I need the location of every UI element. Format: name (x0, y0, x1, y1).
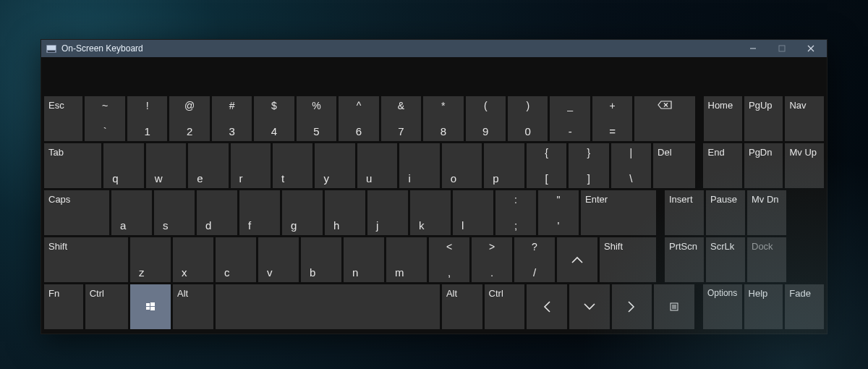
key-fade[interactable]: Fade (785, 284, 824, 329)
key-x[interactable]: x (173, 237, 213, 282)
key-esc[interactable]: Esc (44, 96, 82, 141)
key-arrow-left[interactable] (527, 284, 567, 329)
svg-rect-12 (150, 307, 155, 310)
key-pgup[interactable]: PgUp (744, 96, 783, 141)
key-k[interactable]: k (410, 190, 451, 235)
key-b[interactable]: b (301, 237, 341, 282)
key-punct[interactable]: <, (429, 237, 469, 282)
key-f[interactable]: f (239, 190, 280, 235)
windows-icon (146, 302, 155, 311)
chevron-down-icon (583, 302, 596, 311)
key-del[interactable]: Del (653, 143, 694, 188)
key-6[interactable]: ^6 (339, 96, 378, 141)
close-button[interactable] (796, 40, 825, 57)
svg-rect-10 (150, 302, 155, 306)
key-7[interactable]: &7 (381, 96, 421, 141)
key-o[interactable]: o (442, 143, 482, 188)
key-insert[interactable]: Insert (665, 190, 704, 235)
key-s[interactable]: s (154, 190, 195, 235)
key-q[interactable]: q (103, 143, 143, 188)
svg-rect-9 (146, 303, 150, 306)
key-mvdn[interactable]: Mv Dn (747, 190, 786, 235)
key-pgdn[interactable]: PgDn (744, 143, 783, 188)
key-w[interactable]: w (146, 143, 186, 188)
window-title: On-Screen Keyboard (61, 43, 143, 54)
key-8[interactable]: *8 (423, 96, 463, 141)
key-3[interactable]: #3 (212, 96, 252, 141)
key-j[interactable]: j (367, 190, 408, 235)
key-g[interactable]: g (282, 190, 323, 235)
key-pause[interactable]: Pause (706, 190, 745, 235)
key-c[interactable]: c (216, 237, 256, 282)
key-u[interactable]: u (357, 143, 397, 188)
key-0[interactable]: )0 (508, 96, 548, 141)
key-shift-right[interactable]: Shift (600, 237, 656, 282)
key-e[interactable]: e (188, 143, 228, 188)
row-2: Tab qwertyuiop {[}]|\ Del End PgDn Mv Up (44, 143, 824, 188)
key-prtscn[interactable]: PrtScn (665, 237, 704, 282)
key-caps[interactable]: Caps (44, 190, 109, 235)
key-shift-left[interactable]: Shift (44, 237, 128, 282)
key-backspace[interactable] (634, 96, 694, 141)
key-v[interactable]: v (258, 237, 299, 282)
svg-rect-1 (47, 46, 56, 50)
key-punct[interactable]: "' (538, 190, 579, 235)
key-l[interactable]: l (453, 190, 493, 235)
key-y[interactable]: y (315, 143, 354, 188)
key-home[interactable]: Home (704, 96, 742, 141)
key-z[interactable]: z (130, 237, 171, 282)
key-punct[interactable]: ?/ (514, 237, 555, 282)
svg-rect-2 (48, 51, 55, 52)
key-options[interactable]: Options (703, 284, 742, 329)
key-end[interactable]: End (703, 143, 741, 188)
row-4: Shift zxcvbnm <,>.?/ Shift PrtScn ScrLk … (44, 237, 824, 282)
key-arrow-up[interactable] (557, 237, 597, 282)
key-space[interactable] (216, 284, 440, 329)
key-][interactable]: }] (569, 143, 608, 188)
key-dock[interactable]: Dock (747, 237, 786, 282)
key-\[interactable]: |\ (611, 143, 651, 188)
key-punct[interactable]: :; (495, 190, 536, 235)
key-arrow-down[interactable] (569, 284, 610, 329)
key-nav[interactable]: Nav (785, 96, 823, 141)
key-[[interactable]: {[ (527, 143, 566, 188)
key-m[interactable]: m (386, 237, 427, 282)
key-ctrl-right[interactable]: Ctrl (485, 284, 525, 329)
key-h[interactable]: h (325, 190, 365, 235)
text-preview-strip (41, 57, 827, 95)
key-9[interactable]: (9 (466, 96, 506, 141)
row-1: Esc ~`!1@2#3$4%5^6&7*8(9)0_-+= Home PgUp… (44, 96, 824, 141)
key-`[interactable]: ~` (85, 96, 124, 141)
row-5: Fn Ctrl Alt Alt Ctrl (44, 284, 824, 329)
key-d[interactable]: d (197, 190, 237, 235)
key-1[interactable]: !1 (127, 96, 167, 141)
key-4[interactable]: $4 (254, 96, 294, 141)
key-5[interactable]: %5 (297, 96, 336, 141)
key-2[interactable]: @2 (169, 96, 209, 141)
key-r[interactable]: r (231, 143, 271, 188)
key-help[interactable]: Help (744, 284, 783, 329)
maximize-button (767, 40, 796, 57)
key-t[interactable]: t (273, 143, 312, 188)
svg-rect-4 (779, 46, 785, 51)
key-context-menu[interactable] (654, 284, 694, 329)
key-p[interactable]: p (484, 143, 524, 188)
key-i[interactable]: i (399, 143, 439, 188)
key-windows[interactable] (130, 284, 171, 329)
key-scrlk[interactable]: ScrLk (706, 237, 745, 282)
key-fn[interactable]: Fn (44, 284, 83, 329)
key-ctrl-left[interactable]: Ctrl (85, 284, 129, 329)
key-enter[interactable]: Enter (581, 190, 656, 235)
minimize-button[interactable] (739, 40, 767, 57)
key-alt-left[interactable]: Alt (173, 284, 213, 329)
key-a[interactable]: a (111, 190, 152, 235)
key-mvup[interactable]: Mv Up (785, 143, 823, 188)
key-tab[interactable]: Tab (44, 143, 101, 188)
key-punct[interactable]: >. (472, 237, 512, 282)
key-arrow-right[interactable] (612, 284, 652, 329)
key-alt-right[interactable]: Alt (442, 284, 482, 329)
backspace-icon (658, 101, 672, 109)
key-=[interactable]: += (592, 96, 632, 141)
key-n[interactable]: n (344, 237, 384, 282)
key--[interactable]: _- (550, 96, 590, 141)
